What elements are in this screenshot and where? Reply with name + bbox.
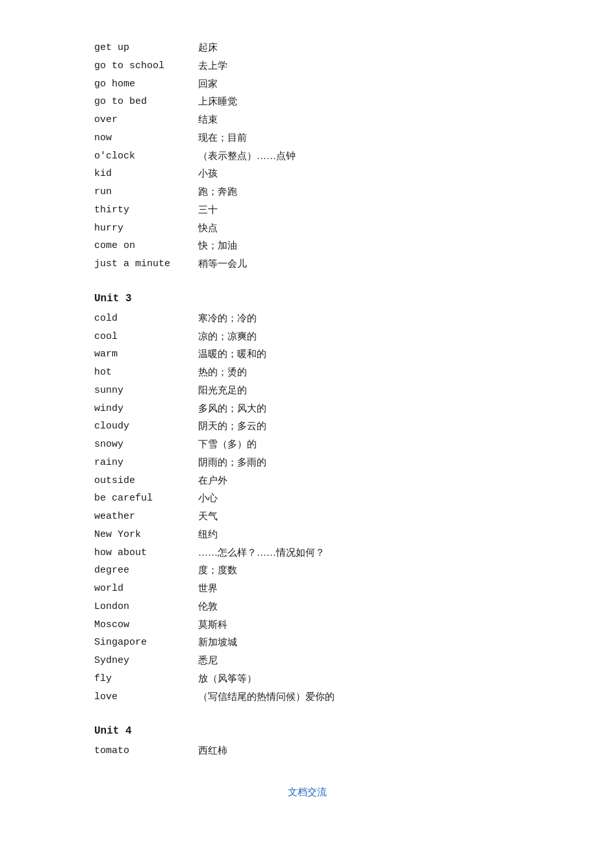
list-item: go home 回家 <box>94 75 520 93</box>
english-word: Sydney <box>94 652 198 670</box>
english-word: degree <box>94 562 198 580</box>
list-item: come on 快；加油 <box>94 237 520 255</box>
list-item: thirty 三十 <box>94 201 520 219</box>
chinese-definition: 下雪（多）的 <box>198 436 257 454</box>
english-word: warm <box>94 345 198 364</box>
english-word: go to school <box>94 57 198 75</box>
chinese-definition: 现在；目前 <box>198 129 247 147</box>
list-item: world 世界 <box>94 580 520 598</box>
list-item: be careful 小心 <box>94 490 520 508</box>
list-item: sunny 阳光充足的 <box>94 382 520 400</box>
unit3-section: Unit 3 cold 寒冷的；冷的 cool 凉的；凉爽的 warm 温暖的；… <box>94 293 520 706</box>
english-word: London <box>94 598 198 616</box>
unit3-header: Unit 3 <box>94 293 520 304</box>
chinese-definition: 阴天的；多云的 <box>198 417 266 436</box>
list-item: degree 度；度数 <box>94 562 520 580</box>
chinese-definition: 快；加油 <box>198 237 237 255</box>
chinese-definition: 悉尼 <box>198 652 218 670</box>
chinese-definition: （写信结尾的热情问候）爱你的 <box>198 688 335 706</box>
english-word: windy <box>94 400 198 418</box>
list-item: fly 放（风筝等） <box>94 670 520 688</box>
english-word: go home <box>94 75 198 93</box>
chinese-definition: 温暖的；暖和的 <box>198 345 266 364</box>
list-item: snowy 下雪（多）的 <box>94 436 520 454</box>
english-word: cool <box>94 328 198 346</box>
list-item: cloudy 阴天的；多云的 <box>94 417 520 436</box>
english-word: just a minute <box>94 255 198 273</box>
english-word: be careful <box>94 490 198 508</box>
chinese-definition: 阴雨的；多雨的 <box>198 454 266 472</box>
english-word: thirty <box>94 201 198 219</box>
chinese-definition: 阳光充足的 <box>198 382 247 400</box>
english-word: rainy <box>94 454 198 472</box>
chinese-definition: （表示整点）……点钟 <box>198 147 296 166</box>
continuation-section: get up 起床 go to school 去上学 go home 回家 go… <box>94 39 520 273</box>
chinese-definition: 三十 <box>198 201 218 219</box>
chinese-definition: 上床睡觉 <box>198 93 237 111</box>
english-word: hot <box>94 364 198 382</box>
chinese-definition: 凉的；凉爽的 <box>198 328 257 346</box>
unit4-section: Unit 4 tomato 西红柿 <box>94 725 520 760</box>
english-word: cold <box>94 310 198 328</box>
english-word: hurry <box>94 219 198 238</box>
list-item: go to bed 上床睡觉 <box>94 93 520 111</box>
chinese-definition: 跑；奔跑 <box>198 183 237 201</box>
list-item: now 现在；目前 <box>94 129 520 147</box>
english-word: cloudy <box>94 417 198 436</box>
chinese-definition: 小孩 <box>198 165 218 183</box>
list-item: over 结束 <box>94 111 520 129</box>
chinese-definition: 寒冷的；冷的 <box>198 310 257 328</box>
english-word: go to bed <box>94 93 198 111</box>
english-word: snowy <box>94 436 198 454</box>
chinese-definition: 热的；烫的 <box>198 364 247 382</box>
english-word: Singapore <box>94 634 198 652</box>
chinese-definition: 多风的；风大的 <box>198 400 266 418</box>
english-word: fly <box>94 670 198 688</box>
list-item: o'clock （表示整点）……点钟 <box>94 147 520 166</box>
unit4-header: Unit 4 <box>94 725 520 737</box>
list-item: tomato 西红柿 <box>94 742 520 760</box>
list-item: love （写信结尾的热情问候）爱你的 <box>94 688 520 706</box>
english-word: o'clock <box>94 147 198 166</box>
footer-link[interactable]: 文档交流 <box>94 786 520 799</box>
english-word: run <box>94 183 198 201</box>
list-item: get up 起床 <box>94 39 520 57</box>
list-item: cold 寒冷的；冷的 <box>94 310 520 328</box>
list-item: hurry 快点 <box>94 219 520 238</box>
list-item: windy 多风的；风大的 <box>94 400 520 418</box>
chinese-definition: 回家 <box>198 75 218 93</box>
english-word: over <box>94 111 198 129</box>
page: get up 起床 go to school 去上学 go home 回家 go… <box>0 0 614 868</box>
english-word: kid <box>94 165 198 183</box>
english-word: come on <box>94 237 198 255</box>
english-word: now <box>94 129 198 147</box>
list-item: weather 天气 <box>94 508 520 526</box>
chinese-definition: 纽约 <box>198 526 218 544</box>
chinese-definition: 伦敦 <box>198 598 218 616</box>
chinese-definition: 西红柿 <box>198 742 227 760</box>
list-item: warm 温暖的；暖和的 <box>94 345 520 364</box>
list-item: Singapore 新加坡城 <box>94 634 520 652</box>
english-word: get up <box>94 39 198 57</box>
list-item: just a minute 稍等一会儿 <box>94 255 520 273</box>
list-item: Moscow 莫斯科 <box>94 616 520 634</box>
chinese-definition: 快点 <box>198 219 218 238</box>
english-word: New York <box>94 526 198 544</box>
chinese-definition: 世界 <box>198 580 218 598</box>
list-item: run 跑；奔跑 <box>94 183 520 201</box>
chinese-definition: 去上学 <box>198 57 227 75</box>
chinese-definition: 新加坡城 <box>198 634 237 652</box>
chinese-definition: ……怎么样？……情况如何？ <box>198 544 325 562</box>
english-word: tomato <box>94 742 198 760</box>
list-item: London 伦敦 <box>94 598 520 616</box>
english-word: weather <box>94 508 198 526</box>
list-item: Sydney 悉尼 <box>94 652 520 670</box>
list-item: cool 凉的；凉爽的 <box>94 328 520 346</box>
list-item: kid 小孩 <box>94 165 520 183</box>
list-item: hot 热的；烫的 <box>94 364 520 382</box>
english-word: sunny <box>94 382 198 400</box>
chinese-definition: 天气 <box>198 508 218 526</box>
chinese-definition: 莫斯科 <box>198 616 227 634</box>
english-word: how about <box>94 544 198 562</box>
list-item: go to school 去上学 <box>94 57 520 75</box>
